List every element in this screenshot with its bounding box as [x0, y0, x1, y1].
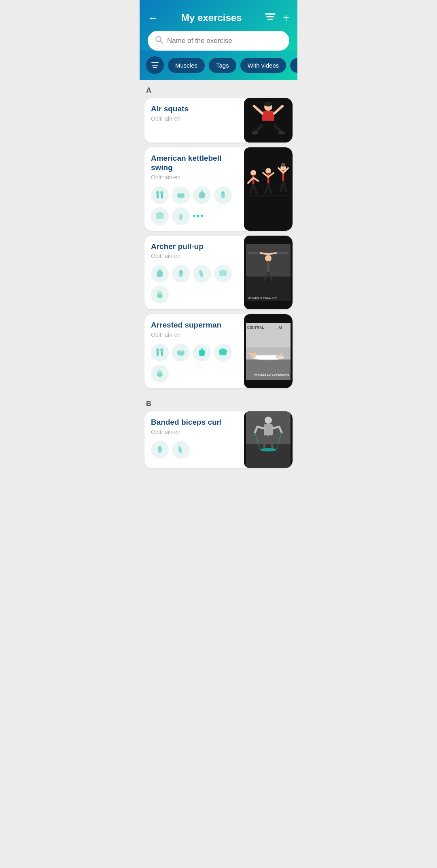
exercise-card-air-squats[interactable]: Air squats Obitr ain-en	[144, 98, 293, 143]
section-a-label: A	[140, 80, 297, 98]
svg-rect-87	[255, 355, 277, 359]
svg-point-21	[177, 193, 180, 197]
muscle-icon-forearm2	[193, 265, 211, 283]
svg-point-69	[160, 348, 163, 352]
svg-rect-95	[246, 444, 291, 468]
svg-point-51	[159, 268, 161, 271]
muscle-icons-superman	[151, 344, 240, 383]
svg-rect-19	[161, 194, 163, 198]
svg-marker-77	[219, 348, 227, 355]
with-pictures-filter[interactable]: With pictures	[290, 58, 297, 73]
exercise-name-air-squats: Air squats	[151, 104, 240, 114]
exercise-thumb-kettlebell	[244, 147, 293, 231]
svg-marker-79	[157, 369, 162, 375]
svg-line-4	[161, 41, 163, 44]
tags-filter[interactable]: Tags	[209, 58, 236, 73]
header-top: ← My exercises +	[148, 7, 289, 31]
exercise-card-biceps[interactable]: Banded biceps curl Obitr ain-en	[144, 411, 293, 468]
svg-text:ARCHER PULL-UP: ARCHER PULL-UP	[248, 296, 277, 300]
exercise-body-biceps: Banded biceps curl Obitr ain-en	[144, 411, 244, 468]
svg-rect-18	[157, 194, 159, 198]
section-b-label: B	[140, 393, 297, 411]
exercise-list-a: Air squats Obitr ain-en	[140, 98, 297, 393]
svg-point-92	[158, 446, 161, 449]
muscle-icon-hips2	[172, 344, 190, 362]
with-videos-filter[interactable]: With videos	[240, 58, 286, 73]
exercise-source-air-squats: Obitr ain-en	[151, 115, 240, 122]
filter-lines-icon	[151, 62, 159, 68]
exercise-body-kettlebell: American kettlebell swing Obitr ain-en	[144, 147, 244, 231]
svg-point-104	[260, 448, 276, 451]
muscle-icon-torso	[193, 186, 211, 204]
svg-rect-97	[264, 424, 273, 436]
muscle-icon-torso3	[193, 344, 211, 362]
exercise-name-kettlebell: American kettlebell swing	[151, 154, 240, 172]
svg-point-26	[221, 191, 225, 194]
svg-rect-71	[161, 352, 163, 356]
header: ← My exercises +	[140, 0, 297, 51]
svg-point-28	[179, 214, 182, 220]
exercise-thumb-air-squats	[244, 98, 293, 143]
svg-point-53	[179, 270, 182, 273]
filter-bar: Muscles Tags With videos With pictures	[140, 51, 297, 80]
svg-point-46	[281, 163, 285, 167]
muscle-icon-arm2	[172, 265, 190, 283]
svg-point-22	[181, 193, 185, 197]
svg-rect-70	[157, 352, 159, 356]
exercise-source-kettlebell: Obitr ain-en	[151, 174, 240, 181]
exercise-card-superman[interactable]: Arrested superman Obitr ain-en	[144, 314, 293, 388]
muscle-icon-lower2	[151, 365, 169, 383]
add-button[interactable]: +	[283, 11, 289, 24]
more-dots[interactable]: •••	[193, 211, 204, 221]
svg-point-73	[177, 350, 180, 354]
svg-text:CENTRAL: CENTRAL	[247, 326, 264, 330]
svg-point-76	[201, 347, 203, 350]
header-icons: +	[265, 11, 289, 24]
exercise-name-superman: Arrested superman	[151, 321, 240, 330]
svg-point-16	[156, 191, 159, 195]
muscle-icons-kettlebell: •••	[151, 186, 240, 225]
exercise-source-archer: Obitr ain-en	[151, 253, 240, 259]
muscle-icon-lower	[151, 286, 169, 304]
exercise-source-superman: Obitr ain-en	[151, 332, 240, 338]
muscle-icon-chest3	[214, 344, 232, 362]
svg-point-74	[181, 350, 185, 354]
search-input[interactable]	[167, 37, 282, 45]
svg-rect-1	[266, 16, 274, 17]
muscle-icon-hips	[172, 186, 190, 204]
svg-text:AI: AI	[278, 326, 282, 330]
muscle-icon-chest2	[214, 265, 232, 283]
exercise-source-biceps: Obitr ain-en	[151, 429, 240, 435]
muscle-icon-legs	[151, 186, 169, 204]
page-title: My exercises	[181, 12, 242, 23]
exercise-name-biceps: Banded biceps curl	[151, 418, 240, 427]
svg-point-7	[264, 102, 272, 106]
back-button[interactable]: ←	[148, 12, 158, 24]
filter-icon-button[interactable]	[146, 56, 164, 74]
exercise-name-archer: Archer pull-up	[151, 242, 240, 251]
exercise-body-air-squats: Air squats Obitr ain-en	[144, 98, 244, 143]
svg-point-3	[156, 37, 161, 42]
svg-marker-57	[157, 290, 162, 296]
svg-rect-15	[262, 121, 274, 125]
muscle-icon-forearm	[172, 207, 190, 225]
muscles-filter[interactable]: Muscles	[168, 58, 205, 73]
svg-rect-84	[246, 360, 291, 380]
exercise-card-kettlebell[interactable]: American kettlebell swing Obitr ain-en	[144, 147, 293, 231]
exercise-body-superman: Arrested superman Obitr ain-en	[144, 314, 244, 388]
exercise-thumb-biceps	[244, 411, 293, 468]
muscle-icon-forearm3	[172, 441, 190, 459]
filter-icon[interactable]	[265, 13, 276, 23]
muscle-icon-legs2	[151, 344, 169, 362]
svg-rect-2	[267, 19, 273, 20]
exercise-card-archer[interactable]: Archer pull-up Obitr ain-en	[144, 236, 293, 310]
muscle-icon-torso2	[151, 265, 169, 283]
muscle-icon-arms	[214, 186, 232, 204]
exercise-thumb-archer: ARCHER PULL-UP	[244, 236, 293, 310]
svg-point-68	[156, 348, 159, 352]
svg-point-13	[252, 131, 258, 134]
search-bar	[148, 31, 289, 51]
svg-marker-55	[219, 269, 227, 276]
exercise-body-archer: Archer pull-up Obitr ain-en	[144, 236, 244, 310]
muscle-icon-chest	[151, 207, 169, 225]
